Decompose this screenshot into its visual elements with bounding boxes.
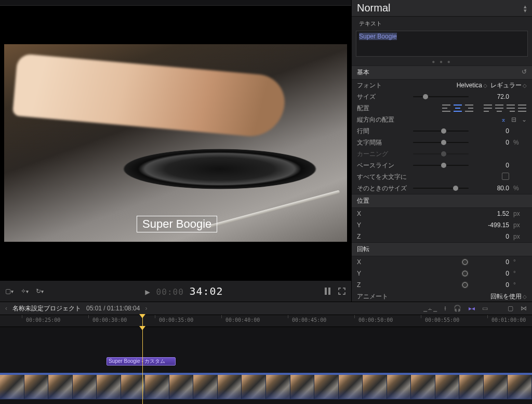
valign-row: 縦方向の配置 ⌅ ⊟ ⌄ <box>352 114 532 125</box>
rot-z-dial[interactable] <box>461 281 469 289</box>
view-options-menu[interactable]: ▢▾ <box>5 288 14 295</box>
viewer-controls: ▢▾ ✧▾ ↻▾ ▶ 00:00 34:02 <box>0 280 351 302</box>
clip-thumbnail <box>363 375 387 399</box>
rot-x-row: X0° <box>352 256 532 268</box>
allcaps-checkbox[interactable] <box>502 173 509 180</box>
animate-select[interactable]: 回転を使用 ◇ <box>490 292 527 301</box>
viewer-tabs <box>0 0 351 6</box>
clip-thumbnail <box>97 375 121 399</box>
retime-menu[interactable]: ↻▾ <box>36 288 44 295</box>
align-center-icon[interactable] <box>453 104 462 112</box>
clip-thumbnail <box>314 375 339 399</box>
title-clip[interactable]: Super Boogie - カスタム <box>107 357 176 366</box>
playhead-line[interactable] <box>142 327 143 404</box>
justify-right-icon[interactable] <box>506 104 515 112</box>
pause-icon <box>325 288 330 295</box>
rot-y-row: Y0° <box>352 268 532 279</box>
solo-icon[interactable]: 🎧 <box>454 305 461 312</box>
linespacing-value[interactable]: 0 <box>473 127 509 135</box>
playhead[interactable] <box>142 315 143 327</box>
clip-thumbnail <box>508 375 532 399</box>
clip-thumbnail <box>145 375 169 399</box>
rot-z-row: Z0° <box>352 279 532 291</box>
tracking-value[interactable]: 0 <box>473 139 509 146</box>
justify-left-icon[interactable] <box>483 104 493 112</box>
ruler-mark: 00:01:00:00 <box>491 317 526 323</box>
alignment-row: 配置 <box>352 102 532 114</box>
tool-icon[interactable]: ▢ <box>508 305 513 312</box>
pos-x-row: X1.52px <box>352 208 532 219</box>
preview-canvas[interactable]: Super Boogie <box>4 44 347 242</box>
valign-middle-icon[interactable]: ⊟ <box>511 116 516 123</box>
baseline-value[interactable]: 0 <box>473 162 509 169</box>
effects-menu[interactable]: ✧▾ <box>21 288 29 295</box>
capsize-slider[interactable] <box>413 188 469 189</box>
pos-x-value[interactable]: 1.52 <box>473 210 509 217</box>
clip-thumbnail <box>73 375 97 399</box>
title-overlay[interactable]: Super Boogie <box>137 216 217 232</box>
rot-x-value[interactable]: 0 <box>473 258 509 266</box>
canvas-area[interactable]: Super Boogie <box>0 6 351 280</box>
rotation-header[interactable]: 回転 <box>352 242 532 256</box>
next-edit-icon[interactable]: › <box>145 305 147 312</box>
prev-edit-icon[interactable]: ‹ <box>5 305 7 312</box>
basic-header[interactable]: 基本 ↺ <box>352 66 532 80</box>
baseline-slider[interactable] <box>413 165 469 166</box>
snap-icon[interactable]: ▸◂ <box>469 305 475 312</box>
valign-bottom-icon[interactable]: ⌄ <box>522 116 527 123</box>
audio-skim-icon[interactable]: ⫲ <box>444 305 446 312</box>
timecode-display[interactable]: ▶ 00:00 34:02 <box>51 285 317 297</box>
trim-icon[interactable]: ⋈ <box>521 305 527 312</box>
linespacing-slider[interactable] <box>413 131 469 132</box>
video-clip[interactable] <box>0 373 532 399</box>
ruler-mark: 00:00:35:00 <box>159 317 193 323</box>
font-style-select[interactable]: レギュラー ◇ <box>490 81 527 90</box>
timeline-tracks[interactable]: Super Boogie - カスタム <box>0 327 532 404</box>
align-right-icon[interactable] <box>464 104 474 112</box>
pos-y-value[interactable]: -499.15 <box>473 221 509 229</box>
linespacing-row: 行間 0 <box>352 125 532 137</box>
tracking-slider[interactable] <box>413 142 469 143</box>
preset-selector[interactable]: Normal ▴▾ <box>352 0 532 17</box>
size-slider[interactable] <box>413 96 469 97</box>
font-family-select[interactable]: Helvetica ◇ <box>457 82 487 89</box>
drag-handle-icon[interactable]: ● ● ● <box>352 58 532 66</box>
justify-full-icon[interactable] <box>517 104 527 112</box>
skimming-icon[interactable]: ⎯⫠⎯ <box>423 305 437 312</box>
justify-center-icon[interactable] <box>495 104 504 112</box>
clip-thumbnail <box>484 375 508 399</box>
rot-y-value[interactable]: 0 <box>473 270 509 277</box>
project-name[interactable]: 名称未設定プロジェクト <box>12 304 81 313</box>
pos-y-row: Y-499.15px <box>352 219 532 231</box>
ruler-mark: 00:00:55:00 <box>425 317 459 323</box>
text-input[interactable]: Super Boogie <box>356 31 528 57</box>
clip-thumbnail <box>290 375 315 399</box>
fullscreen-icon[interactable] <box>338 287 346 295</box>
ruler-mark: 00:00:40:00 <box>225 317 260 323</box>
index-icon[interactable]: ▭ <box>482 305 488 312</box>
viewer-panel: Super Boogie ▢▾ ✧▾ ↻▾ ▶ 00:00 34:02 <box>0 0 352 302</box>
text-section-label: テキスト <box>352 17 532 30</box>
time-ruler[interactable]: 00:00:25:0000:00:30:0000:00:35:0000:00:4… <box>0 315 532 327</box>
rot-z-value[interactable]: 0 <box>473 281 509 289</box>
timeline-panel: ‹ 名称未設定プロジェクト 05:01 / 01:11:08:04 › ⎯⫠⎯ … <box>0 302 532 404</box>
capsize-row: そのときのサイズ 80.0% <box>352 183 532 194</box>
size-value[interactable]: 72.0 <box>473 93 509 100</box>
rot-y-dial[interactable] <box>461 270 469 277</box>
position-header[interactable]: 位置 <box>352 194 532 208</box>
size-row: サイズ 72.0 <box>352 91 532 102</box>
reset-icon[interactable]: ↺ <box>522 68 527 77</box>
align-left-icon[interactable] <box>442 104 451 112</box>
timeline-header: ‹ 名称未設定プロジェクト 05:01 / 01:11:08:04 › ⎯⫠⎯ … <box>0 302 532 315</box>
valign-top-icon[interactable]: ⌅ <box>501 116 506 123</box>
allcaps-row: すべてを大文字に <box>352 171 532 183</box>
ruler-mark: 00:00:50:00 <box>358 317 393 323</box>
clip-thumbnail <box>48 375 73 399</box>
clip-thumbnail <box>121 375 145 399</box>
capsize-value[interactable]: 80.0 <box>473 185 509 192</box>
clip-thumbnail <box>459 375 484 399</box>
ruler-mark: 00:00:45:00 <box>292 317 326 323</box>
clip-thumbnail <box>266 375 290 399</box>
pos-z-value[interactable]: 0 <box>473 233 509 240</box>
rot-x-dial[interactable] <box>461 258 469 266</box>
